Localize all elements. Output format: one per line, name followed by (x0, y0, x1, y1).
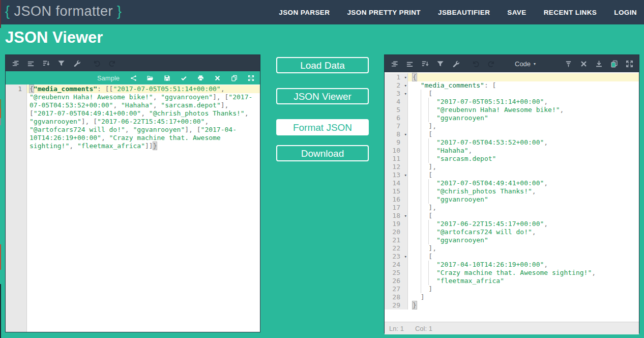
download-icon[interactable] (593, 58, 604, 69)
fold-arrow-icon[interactable]: ▾ (404, 212, 407, 219)
line-number: 11 (385, 155, 407, 163)
compact-icon[interactable] (404, 58, 415, 69)
line-gutter: 14 (385, 179, 408, 187)
code-line[interactable]: 11 "sarcasm.depot" (385, 155, 639, 163)
line-number: 17 (385, 204, 407, 212)
line-gutter: 2▾ (385, 81, 408, 90)
cursor-line-indicator: Ln: 1 (389, 325, 404, 332)
mode-dropdown[interactable]: Code ▾ (515, 60, 536, 68)
json-output-area[interactable]: 1▾{2▾ "media_comments": [3▾ [4 "2017-07-… (385, 72, 639, 322)
code-line[interactable]: 6 "ggvanrooyen" (385, 114, 639, 122)
repair-icon[interactable] (450, 58, 461, 69)
code-line[interactable]: 26 "fleetmax_africa" (385, 277, 639, 285)
nav-item-save[interactable]: SAVE (507, 9, 526, 16)
repair-icon[interactable] (71, 58, 82, 69)
code-line[interactable]: 2▾ "media_comments": [ (385, 81, 639, 90)
fold-arrow-icon[interactable]: ▾ (404, 172, 407, 179)
code-line[interactable]: 21 "ggvanrooyen" (385, 236, 639, 244)
code-line[interactable]: 14 "2017-07-05T04:49:41+00:00", (385, 179, 639, 187)
load-data-button[interactable]: Load Data (276, 57, 369, 73)
code-line[interactable]: 24 "2017-04-10T14:26:19+00:00", (385, 261, 639, 269)
download-button[interactable]: Download (276, 145, 369, 161)
print-icon[interactable] (196, 74, 204, 82)
line-number: 29 (385, 301, 407, 309)
code-line[interactable]: 3▾ [ (385, 90, 639, 98)
code-line[interactable]: 18▾ [ (385, 212, 639, 220)
input-editor-toolbar (6, 55, 260, 71)
fullscreen-icon[interactable] (624, 58, 635, 69)
code-line[interactable]: 20 "@artofcars724 will do!", (385, 228, 639, 236)
nav-item-json-pretty-print[interactable]: JSON PRETTY PRINT (347, 9, 421, 16)
code-line[interactable]: 22 ], (385, 244, 639, 252)
json-viewer-button[interactable]: JSON Viewer (276, 88, 369, 104)
line-gutter: 17 (385, 204, 408, 212)
code-line[interactable]: 23▾ [ (385, 252, 639, 261)
fold-arrow-icon[interactable]: ▾ (404, 131, 407, 138)
fold-arrow-icon[interactable]: ▾ (404, 253, 407, 260)
clear-icon[interactable] (578, 58, 589, 69)
code-line[interactable]: 27 ] (385, 285, 639, 293)
fold-arrow-icon[interactable]: ▾ (404, 74, 407, 81)
code-line[interactable]: 15 "@chrish_photos Thanks!", (385, 187, 639, 195)
code-line[interactable]: 28 ] (385, 293, 639, 301)
code-line[interactable]: 10 "Hahaha", (385, 147, 639, 155)
code-line[interactable]: 25 "Crazy machine that. Awesome sighting… (385, 269, 639, 277)
line-number: 1 (18, 85, 22, 93)
line-number: 6 (385, 114, 407, 122)
filter-icon[interactable] (55, 58, 67, 69)
action-buttons: Load DataJSON ViewerFormat JSONDownload (276, 57, 369, 161)
line-gutter: 26 (385, 277, 408, 285)
line-gutter: 25 (385, 269, 408, 277)
nav-item-login[interactable]: LOGIN (614, 9, 637, 16)
line-gutter: 18▾ (385, 212, 408, 220)
code-line[interactable]: 19 "2017-06-22T15:45:17+00:00", (385, 220, 639, 228)
code-line[interactable]: 4 "2017-07-05T05:51:14+00:00", (385, 98, 639, 106)
format-icon[interactable] (10, 58, 21, 69)
nav-item-json-parser[interactable]: JSON PARSER (279, 9, 330, 16)
code-line[interactable]: 1▾{ (385, 73, 639, 81)
code-line[interactable]: 8▾ [ (385, 130, 639, 138)
nav-item-recent-links[interactable]: RECENT LINKS (544, 9, 597, 16)
format-icon[interactable] (389, 58, 400, 69)
open-icon[interactable] (146, 74, 154, 82)
copy-icon[interactable] (608, 58, 620, 69)
code-line[interactable]: 17 ], (385, 204, 639, 212)
code-line[interactable]: 29} (385, 301, 639, 309)
format-json-button[interactable]: Format JSON (276, 119, 369, 135)
line-gutter: 19 (385, 220, 408, 228)
line-number: 27 (385, 285, 407, 293)
line-number: 20 (385, 228, 407, 236)
code-line[interactable]: 9 "2017-07-05T04:53:52+00:00", (385, 138, 639, 147)
code-line[interactable]: 5 "@reubenvn Haha! Awesome bike!", (385, 106, 639, 114)
code-line[interactable]: 12 ], (385, 163, 639, 171)
sort-icon[interactable] (40, 58, 51, 69)
line-number: 9 (385, 138, 407, 147)
line-gutter: 1▾ (385, 73, 408, 81)
sample-link[interactable]: Sample (97, 74, 120, 82)
status-bar: Ln: 1 Col: 1 (385, 322, 639, 334)
validate-icon[interactable] (180, 74, 188, 82)
compact-icon[interactable] (25, 58, 36, 69)
share-icon[interactable] (129, 74, 137, 82)
code-line[interactable]: 16 "ggvanrooyen" (385, 195, 639, 204)
line-number: 26 (385, 277, 407, 285)
json-input-area[interactable]: {"media_comments": [["2017-07-05T05:51:1… (27, 84, 260, 332)
code-line[interactable]: 7 ], (385, 122, 639, 130)
copy-icon[interactable] (230, 74, 238, 82)
logo[interactable]: { JSON formatter } (5, 4, 122, 19)
collapse-filter-icon[interactable] (563, 58, 574, 69)
save-icon[interactable] (163, 74, 171, 82)
fold-arrow-icon[interactable]: ▾ (404, 82, 407, 89)
line-gutter: 16 (385, 195, 408, 204)
code-line[interactable]: 13▾ [ (385, 171, 639, 179)
line-number: 28 (385, 293, 407, 301)
sort-icon[interactable] (419, 58, 430, 69)
line-gutter: 8▾ (385, 130, 408, 138)
line-number: 5 (385, 106, 407, 114)
nav-item-jsbeautifier[interactable]: JSBEAUTIFIER (438, 9, 490, 16)
edge-share-strip (0, 0, 1, 338)
filter-icon[interactable] (434, 58, 446, 69)
fold-arrow-icon[interactable]: ▾ (404, 90, 407, 97)
fullscreen-icon[interactable] (247, 74, 255, 82)
clear-icon[interactable] (213, 74, 221, 82)
